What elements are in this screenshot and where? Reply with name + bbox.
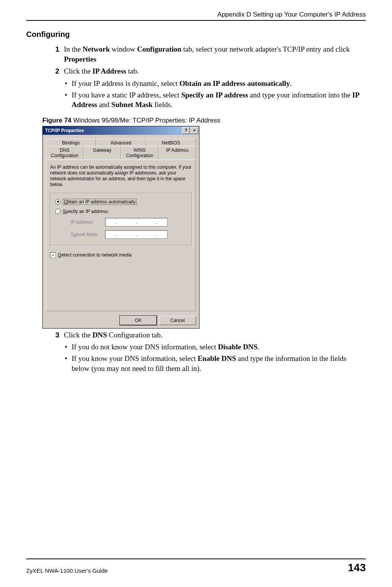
tab-panel: An IP address can be automatically assig… <box>46 159 196 311</box>
tab-ip-address[interactable]: IP Address <box>159 146 196 159</box>
subnet-mask-row: Subnet Mask: ... <box>70 230 187 239</box>
text: etect connection to network media <box>62 252 132 258</box>
checkbox-icon: ✓ <box>50 252 56 258</box>
bullet-dot: • <box>65 79 72 89</box>
text-bold: Specify an IP address <box>181 91 248 99</box>
text: Click the <box>64 67 92 75</box>
text-bold: DNS <box>92 331 107 339</box>
footer-rule <box>26 558 366 559</box>
bullet-item: • If you do not know your DNS informatio… <box>65 342 366 352</box>
page-footer: ZyXEL NWA-1100 User's Guide 143 <box>26 558 366 574</box>
ip-address-input[interactable]: ... <box>105 218 168 226</box>
text-bold: IP Address <box>92 67 126 75</box>
bullet-item: • If you have a static IP address, selec… <box>65 90 366 110</box>
dot-sep: . <box>156 232 157 237</box>
bullet-item: • If you know your DNS information, sele… <box>65 354 366 373</box>
text: Click the <box>64 331 92 339</box>
tab-advanced[interactable]: Advanced <box>96 139 146 147</box>
figure-label: Figure 74 <box>42 117 73 124</box>
text: If you know your DNS information, select <box>72 354 198 362</box>
text: If you have a static IP address, select <box>72 91 181 99</box>
text: Configuration tab. <box>107 331 162 339</box>
figure-caption: Figure 74 Windows 95/98/Me: TCP/IP Prope… <box>42 117 366 124</box>
dot-sep: . <box>136 232 137 237</box>
tab-netbios[interactable]: NetBIOS <box>146 139 196 147</box>
header-rule <box>26 20 366 21</box>
radio-icon <box>55 209 60 214</box>
text: and type your information into the <box>248 91 352 99</box>
bullet-dot: • <box>65 354 72 373</box>
radio-label: Obtain an IP address automatically <box>63 199 137 205</box>
text: If your IP address is dynamic, select <box>72 79 179 87</box>
section-heading: Configuring <box>26 30 366 39</box>
dot-sep: . <box>115 232 116 237</box>
ok-button[interactable]: OK <box>120 316 157 325</box>
step-body: Click the DNS Configuration tab. <box>64 330 366 340</box>
text-bold: Disable DNS <box>218 343 258 351</box>
help-button[interactable]: ? <box>182 127 190 134</box>
text-bold: Obtain an IP address automatically <box>179 79 290 87</box>
bullet-body: If your IP address is dynamic, select Ob… <box>72 79 292 89</box>
subnet-mask-label: Subnet Mask: <box>70 232 105 237</box>
close-button[interactable]: × <box>191 127 198 134</box>
text-bold: Configuration <box>137 45 181 53</box>
ip-address-label: IP Address: <box>70 220 105 225</box>
tab-bindings[interactable]: Bindings <box>46 139 96 147</box>
text: tab. <box>126 67 139 75</box>
text: fields. <box>152 101 173 109</box>
text-bold: Subnet Mask <box>111 101 152 109</box>
text: S <box>63 209 66 214</box>
cancel-button[interactable]: Cancel <box>159 316 196 325</box>
step-number: 1 <box>49 44 59 64</box>
text-bold: Network <box>83 45 110 53</box>
step-2: 2 Click the IP Address tab. <box>49 66 366 76</box>
footer-guide-name: ZyXEL NWA-1100 User's Guide <box>26 567 108 574</box>
step-body: In the Network window Configuration tab,… <box>64 44 366 64</box>
radio-icon <box>55 199 60 205</box>
text: bnet Mask: <box>76 232 99 237</box>
subnet-mask-input[interactable]: ... <box>105 230 168 239</box>
radio-specify-ip[interactable]: Specify an IP address: <box>55 209 187 214</box>
text: D <box>58 252 62 258</box>
text: u <box>74 232 76 237</box>
text: . <box>290 79 292 87</box>
text: P Address: <box>72 220 94 225</box>
text: pecify an IP address: <box>66 209 109 214</box>
text: tab, select your network adapter's TCP/I… <box>181 45 350 53</box>
footer-page-number: 143 <box>348 562 366 574</box>
step-3: 3 Click the DNS Configuration tab. <box>49 330 366 340</box>
text: and <box>97 101 111 109</box>
text: window <box>110 45 137 53</box>
bullet-body: If you have a static IP address, select … <box>72 90 366 110</box>
tcpip-properties-dialog: TCP/IP Properties ? × Bindings Advanced … <box>42 126 199 329</box>
tab-gateway[interactable]: Gateway <box>84 146 121 159</box>
radio-obtain-auto[interactable]: Obtain an IP address automatically <box>55 199 187 205</box>
tab-wins-configuration[interactable]: WINS Configuration <box>121 146 159 159</box>
checkbox-label: Detect connection to network media <box>58 252 132 258</box>
info-text: An IP address can be automatically assig… <box>50 164 192 188</box>
step-1: 1 In the Network window Configuration ta… <box>49 44 366 64</box>
dialog-titlebar[interactable]: TCP/IP Properties ? × <box>43 126 199 135</box>
tab-dns-configuration[interactable]: DNS Configuration <box>46 146 84 159</box>
dot-sep: . <box>156 220 157 225</box>
step-number: 3 <box>49 330 59 340</box>
page-header: Appendix D Setting up Your Computer's IP… <box>26 11 366 18</box>
dot-sep: . <box>115 220 116 225</box>
ip-address-row: IP Address: ... <box>70 218 187 226</box>
dialog-title: TCP/IP Properties <box>45 128 181 133</box>
figure-title: Windows 95/98/Me: TCP/IP Properties: IP … <box>73 117 220 124</box>
detect-connection-checkbox[interactable]: ✓ Detect connection to network media <box>50 252 192 258</box>
text: In the <box>64 45 83 53</box>
bullet-body: If you know your DNS information, select… <box>72 354 366 373</box>
text: If you do not know your DNS information,… <box>72 343 218 351</box>
radio-label: Specify an IP address: <box>63 209 109 214</box>
text: btain an IP address automatically <box>67 199 136 205</box>
text: . <box>258 343 260 351</box>
step-number: 2 <box>49 66 59 76</box>
bullet-dot: • <box>65 342 72 352</box>
text: S <box>70 232 74 237</box>
step-body: Click the IP Address tab. <box>64 66 366 76</box>
text-bold: Properties <box>64 55 96 63</box>
bullet-item: • If your IP address is dynamic, select … <box>65 79 366 89</box>
dot-sep: . <box>136 220 137 225</box>
